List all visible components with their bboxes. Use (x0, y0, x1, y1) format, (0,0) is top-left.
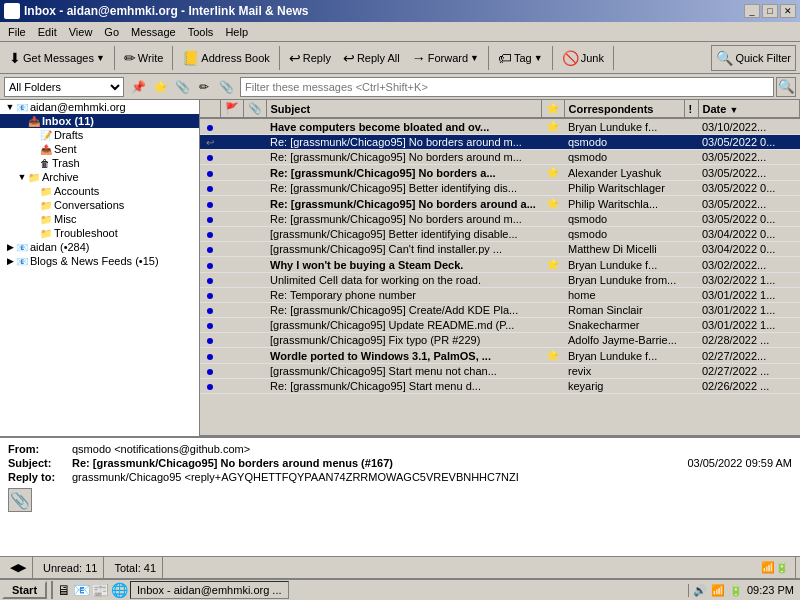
main-area: ▼ 📧 aidan@emhmki.org 📥 Inbox (11) 📝 Draf… (0, 100, 800, 436)
menu-go[interactable]: Go (98, 24, 125, 40)
col-header-subject[interactable]: Subject (266, 100, 541, 118)
menu-edit[interactable]: Edit (32, 24, 63, 40)
col-header-flag[interactable]: 🚩 (220, 100, 243, 118)
table-row[interactable]: Why I won't be buying a Steam Deck. ⭐ Br… (200, 257, 800, 273)
menu-file[interactable]: File (2, 24, 32, 40)
table-row[interactable]: Wordle ported to Windows 3.1, PalmOS, ..… (200, 348, 800, 364)
table-row[interactable]: [grassmunk/Chicago95] Update README.md (… (200, 318, 800, 333)
sidebar-item-root[interactable]: ▼ 📧 aidan@emhmki.org (0, 100, 199, 114)
quick-filter-icon: 🔍 (716, 50, 733, 66)
taskbar-inbox-app[interactable]: Inbox - aidan@emhmki.org ... (130, 581, 288, 599)
msg-status-icon (200, 242, 220, 257)
table-row[interactable]: Re: Temporary phone number home 03/01/20… (200, 288, 800, 303)
msg-date: 02/28/2022 ... (698, 333, 800, 348)
reply-label: Reply (303, 52, 331, 64)
taskbar-inbox-label: Inbox - aidan@emhmki.org ... (137, 584, 281, 596)
col-header-date[interactable]: Date ▼ (698, 100, 800, 118)
pin-nav-icon[interactable]: 📌 (128, 77, 148, 97)
get-messages-button[interactable]: ⬇ Get Messages ▼ (4, 45, 110, 71)
msg-priority (684, 227, 698, 242)
tag-label: Tag (514, 52, 532, 64)
msg-attach (243, 212, 266, 227)
close-button[interactable]: ✕ (780, 4, 796, 18)
get-messages-icon: ⬇ (9, 50, 21, 66)
write-button[interactable]: ✏ Write (119, 45, 168, 71)
junk-button[interactable]: 🚫 Junk (557, 45, 609, 71)
msg-subject: Wordle ported to Windows 3.1, PalmOS, ..… (266, 348, 541, 364)
sidebar-item-trash[interactable]: 🗑 Trash (0, 156, 199, 170)
address-book-button[interactable]: 📒 Address Book (177, 45, 274, 71)
msg-flag (220, 303, 243, 318)
col-header-star[interactable]: ⭐ (541, 100, 564, 118)
start-button[interactable]: Start (2, 581, 47, 599)
msg-correspondent: qsmodo (564, 212, 684, 227)
table-row[interactable]: Re: [grassmunk/Chicago95] No borders aro… (200, 196, 800, 212)
msg-status-icon (200, 257, 220, 273)
menu-tools[interactable]: Tools (182, 24, 220, 40)
col-header-status[interactable] (200, 100, 220, 118)
attachment-icon[interactable]: 📎 (8, 488, 32, 512)
attach-nav-icon[interactable]: 📎 (172, 77, 192, 97)
sidebar-item-conversations[interactable]: 📁 Conversations (0, 198, 199, 212)
table-row[interactable]: ↩ Re: [grassmunk/Chicago95] No borders a… (200, 135, 800, 150)
msg-date: 03/10/2022... (698, 118, 800, 135)
menu-message[interactable]: Message (125, 24, 182, 40)
filter-input[interactable] (240, 77, 774, 97)
menu-help[interactable]: Help (219, 24, 254, 40)
sidebar-item-archive[interactable]: ▼ 📁 Archive (0, 170, 199, 184)
clip-nav-icon[interactable]: 📎 (216, 77, 236, 97)
sidebar-item-misc[interactable]: 📁 Misc (0, 212, 199, 226)
msg-status-icon (200, 303, 220, 318)
msg-subject: [grassmunk/Chicago95] Better identifying… (266, 227, 541, 242)
msg-attach (243, 303, 266, 318)
msg-date: 03/01/2022 1... (698, 318, 800, 333)
tag-button[interactable]: 🏷 Tag ▼ (493, 45, 548, 71)
table-row[interactable]: [grassmunk/Chicago95] Can't find install… (200, 242, 800, 257)
sidebar-item-drafts[interactable]: 📝 Drafts (0, 128, 199, 142)
sidebar-item-accounts[interactable]: 📁 Accounts (0, 184, 199, 198)
sidebar-item-sent[interactable]: 📤 Sent (0, 142, 199, 156)
status-icons: 📶 🔋 (755, 557, 796, 578)
reply-all-button[interactable]: ↩ Reply All (338, 45, 405, 71)
table-row[interactable]: [grassmunk/Chicago95] Fix typo (PR #229)… (200, 333, 800, 348)
table-row[interactable]: Re: [grassmunk/Chicago95] Start menu d..… (200, 379, 800, 394)
filter-search-button[interactable]: 🔍 (776, 77, 796, 97)
quick-filter-button[interactable]: 🔍 Quick Filter (711, 45, 796, 71)
msg-subject: Re: [grassmunk/Chicago95] Start menu d..… (266, 379, 541, 394)
msg-correspondent: Adolfo Jayme-Barrie... (564, 333, 684, 348)
sidebar-item-inbox[interactable]: 📥 Inbox (11) (0, 114, 199, 128)
table-row[interactable]: Unlimited Cell data for working on the r… (200, 273, 800, 288)
forward-dropdown-icon: ▼ (470, 53, 479, 63)
table-row[interactable]: Re: [grassmunk/Chicago95] No borders aro… (200, 212, 800, 227)
table-row[interactable]: [grassmunk/Chicago95] Better identifying… (200, 227, 800, 242)
edit-nav-icon[interactable]: ✏ (194, 77, 214, 97)
menu-view[interactable]: View (63, 24, 99, 40)
table-row[interactable]: [grassmunk/Chicago95] Start menu not cha… (200, 364, 800, 379)
sidebar-item-troubleshoot[interactable]: 📁 Troubleshoot (0, 226, 199, 240)
sidebar-item-aidan2[interactable]: ▶ 📧 aidan (•284) (0, 240, 199, 254)
maximize-button[interactable]: □ (762, 4, 778, 18)
col-header-priority[interactable]: ! (684, 100, 698, 118)
table-row[interactable]: Re: [grassmunk/Chicago95] Create/Add KDE… (200, 303, 800, 318)
subject-label: Subject: (8, 457, 68, 469)
minimize-button[interactable]: _ (744, 4, 760, 18)
tray-signal-icon: 📶 (711, 584, 725, 597)
forward-button[interactable]: → Forward ▼ (407, 45, 484, 71)
reply-button[interactable]: ↩ Reply (284, 45, 336, 71)
table-row[interactable]: Re: [grassmunk/Chicago95] No borders aro… (200, 150, 800, 165)
col-header-correspondent[interactable]: Correspondents (564, 100, 684, 118)
col-header-attach[interactable]: 📎 (243, 100, 266, 118)
msg-priority (684, 212, 698, 227)
star-nav-icon[interactable]: ⭐ (150, 77, 170, 97)
toolbar: ⬇ Get Messages ▼ ✏ Write 📒 Address Book … (0, 42, 800, 74)
junk-icon: 🚫 (562, 50, 579, 66)
table-row[interactable]: Re: [grassmunk/Chicago95] Better identif… (200, 181, 800, 196)
msg-subject: [grassmunk/Chicago95] Start menu not cha… (266, 364, 541, 379)
total-label: Total: 41 (114, 562, 156, 574)
msg-status-icon (200, 379, 220, 394)
sidebar-item-blogs[interactable]: ▶ 📧 Blogs & News Feeds (•15) (0, 254, 199, 268)
folder-select[interactable]: All Folders Inbox Sent Drafts Trash (4, 77, 124, 97)
table-row[interactable]: Have computers become bloated and ov... … (200, 118, 800, 135)
table-row[interactable]: Re: [grassmunk/Chicago95] No borders a..… (200, 165, 800, 181)
reply-to-label: Reply to: (8, 471, 68, 483)
